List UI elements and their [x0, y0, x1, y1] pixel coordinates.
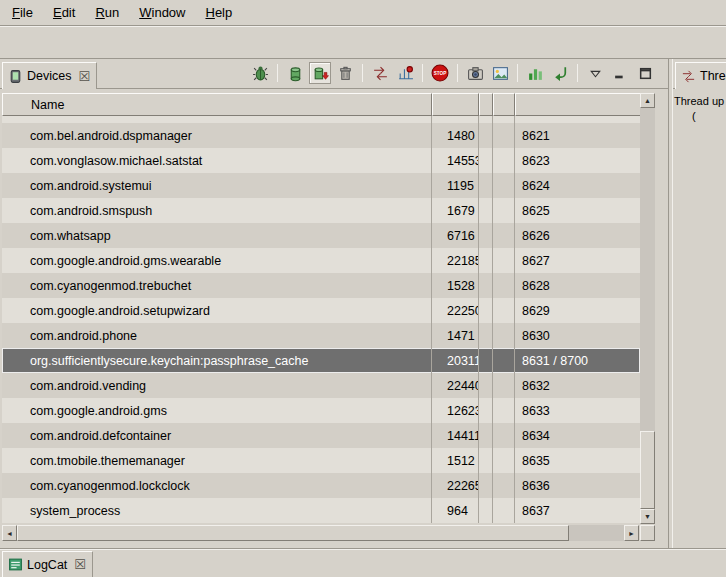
table-row[interactable]: com.whatsapp67168626	[2, 223, 640, 248]
table-row[interactable]: com.tmobile.thememanager15128635	[2, 448, 640, 473]
cell-port: 8629	[515, 298, 640, 323]
cell-port: 8634	[515, 423, 640, 448]
cell-thread	[493, 273, 515, 298]
sysinfo-icon[interactable]	[524, 62, 546, 84]
cell-heap	[479, 173, 493, 198]
menu-file[interactable]: File	[2, 1, 43, 24]
menu-edit[interactable]: Edit	[43, 1, 85, 24]
threads-view: Threads Thread up (	[672, 59, 726, 548]
device-table: Name com.bel.android.dspmanager14808621c…	[2, 93, 655, 541]
cell-name: com.android.defcontainer	[2, 423, 432, 448]
table-row[interactable]: com.google.android.gms.wearable221858627	[2, 248, 640, 273]
cell-pid: 1471	[432, 323, 479, 348]
menu-run[interactable]: Run	[85, 1, 129, 24]
update-threads-icon[interactable]	[369, 62, 391, 84]
cell-pid: 1528	[432, 273, 479, 298]
cell-thread	[493, 148, 515, 173]
scroll-left-icon[interactable]: ◄	[2, 525, 17, 541]
cell-heap	[479, 498, 493, 523]
logcat-icon	[8, 557, 23, 572]
cell-thread	[493, 423, 515, 448]
cell-port: 8621	[515, 123, 640, 148]
column-header-heap[interactable]	[479, 93, 493, 116]
menu-window[interactable]: Window	[129, 1, 195, 24]
cell-pid: 14411	[432, 423, 479, 448]
cell-port: 8636	[515, 473, 640, 498]
table-row[interactable]: com.cyanogenmod.lockclock222658636	[2, 473, 640, 498]
cell-pid: 22440	[432, 373, 479, 398]
cell-thread	[493, 398, 515, 423]
debug-process-icon[interactable]	[249, 62, 271, 84]
devices-tab-label: Devices	[27, 69, 71, 83]
threads-message: Thread up (	[673, 89, 726, 124]
tab-devices[interactable]: Devices ☒	[2, 62, 97, 89]
table-header: Name	[2, 93, 640, 116]
scroll-down-icon[interactable]: ▼	[640, 509, 655, 524]
device-table-body: com.bel.android.dspmanager14808621com.vo…	[2, 116, 640, 524]
cell-name: com.android.vending	[2, 373, 432, 398]
cell-name: com.bel.android.dspmanager	[2, 123, 432, 148]
cell-heap	[479, 298, 493, 323]
menu-help[interactable]: Help	[195, 1, 242, 24]
scroll-thumb[interactable]	[640, 431, 655, 509]
h-scroll-thumb[interactable]	[17, 525, 569, 541]
table-row[interactable]: system_process9648637	[2, 498, 640, 523]
screen-capture-icon[interactable]	[464, 62, 486, 84]
pull-file-icon[interactable]	[549, 62, 571, 84]
table-row[interactable]: com.android.defcontainer144118634	[2, 423, 640, 448]
minimize-icon[interactable]	[609, 62, 631, 84]
maximize-icon[interactable]	[634, 62, 656, 84]
toolbar-separator	[422, 64, 423, 82]
cell-name: com.google.android.setupwizard	[2, 298, 432, 323]
table-row[interactable]: com.vonglasow.michael.satstat145538623	[2, 148, 640, 173]
scroll-right-icon[interactable]: ►	[624, 525, 639, 541]
column-header-pid[interactable]	[432, 93, 479, 116]
update-heap-icon[interactable]	[284, 62, 306, 84]
column-header-port[interactable]	[515, 93, 640, 116]
tab-logcat[interactable]: LogCat ☒	[2, 551, 93, 577]
table-row[interactable]: com.android.systemui11958624	[2, 173, 640, 198]
cell-heap	[479, 248, 493, 273]
cell-name: com.cyanogenmod.lockclock	[2, 473, 432, 498]
table-row[interactable]: org.sufficientlysecure.keychain:passphra…	[2, 348, 640, 373]
table-row[interactable]: com.android.vending224408632	[2, 373, 640, 398]
table-row[interactable]: com.cyanogenmod.trebuchet15288628	[2, 273, 640, 298]
horizontal-scrollbar[interactable]: ◄ ►	[2, 525, 639, 541]
main-area: Devices ☒ STOP Name	[0, 59, 726, 548]
threads-tab-label: Threads	[700, 69, 726, 83]
cell-heap	[479, 398, 493, 423]
tab-threads[interactable]: Threads	[675, 62, 726, 89]
cell-name: com.vonglasow.michael.satstat	[2, 148, 432, 173]
table-row[interactable]: com.android.phone14718630	[2, 323, 640, 348]
cell-name: com.android.phone	[2, 323, 432, 348]
method-profiling-icon[interactable]	[394, 62, 416, 84]
scroll-up-icon[interactable]: ▲	[640, 93, 655, 108]
cell-name: com.google.android.gms.wearable	[2, 248, 432, 273]
cell-heap	[479, 473, 493, 498]
hierarchy-view-icon[interactable]	[489, 62, 511, 84]
toolbar-separator	[277, 64, 278, 82]
cell-port: 8632	[515, 373, 640, 398]
close-icon[interactable]: ☒	[78, 70, 90, 83]
cell-thread	[493, 223, 515, 248]
vertical-scrollbar[interactable]: ▲ ▼	[640, 93, 655, 524]
table-row[interactable]: com.google.android.setupwizard222508629	[2, 298, 640, 323]
column-header-name[interactable]: Name	[2, 93, 432, 116]
cell-pid: 6716	[432, 223, 479, 248]
table-row-partial	[2, 116, 640, 123]
logcat-close-icon[interactable]: ☒	[74, 558, 86, 571]
cause-gc-icon[interactable]	[334, 62, 356, 84]
cell-port: 8633	[515, 398, 640, 423]
table-row[interactable]: com.android.smspush16798625	[2, 198, 640, 223]
logcat-tab-label: LogCat	[27, 558, 67, 572]
table-row[interactable]: com.google.android.gms126238633	[2, 398, 640, 423]
stop-process-icon[interactable]: STOP	[429, 62, 451, 84]
table-row[interactable]: com.bel.android.dspmanager14808621	[2, 123, 640, 148]
column-header-thread[interactable]	[493, 93, 515, 116]
cell-thread	[493, 373, 515, 398]
toolbar-separator	[362, 64, 363, 82]
cell-pid: 1480	[432, 123, 479, 148]
dump-hprof-icon[interactable]	[309, 62, 331, 84]
cell-thread	[493, 448, 515, 473]
view-menu-icon[interactable]	[584, 62, 606, 84]
